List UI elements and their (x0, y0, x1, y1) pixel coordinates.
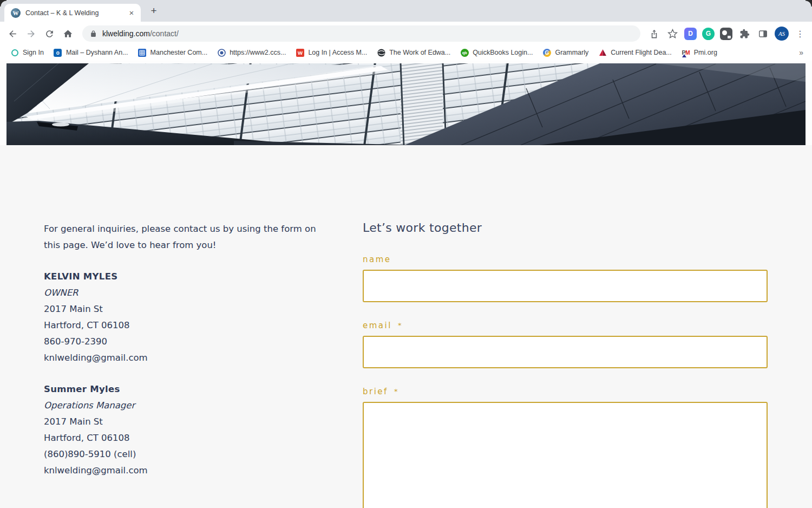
shield-ring-icon (217, 48, 226, 57)
grammarly-icon: G (542, 48, 551, 57)
browser-toolbar: klwelding.com/contact/ D G AS ⋮ (0, 22, 812, 45)
capture-extension-icon[interactable] (720, 28, 732, 40)
intro-text: For general inquiries, please contact us… (44, 221, 326, 253)
quickbooks-icon: qb (460, 48, 469, 57)
reload-button[interactable] (41, 25, 57, 42)
bookmark-work-of-edward[interactable]: The Work of Edwa... (372, 47, 455, 58)
url-text: klwelding.com/contact/ (102, 29, 179, 38)
contact-card-kelvin: KELVIN MYLES OWNER 2017 Main St Hartford… (44, 269, 326, 366)
brief-field-label: brief* (363, 387, 768, 396)
contact-address-line2: Hartford, CT 06108 (44, 317, 326, 334)
home-icon (63, 29, 73, 39)
bookmark-ccs[interactable]: https://www2.ccs... (212, 47, 291, 58)
home-button[interactable] (60, 25, 76, 42)
share-icon (649, 29, 659, 39)
bookmark-pmi[interactable]: PM Pmi.org (677, 47, 722, 58)
lock-icon (90, 30, 97, 37)
pmi-icon: PM (682, 48, 690, 57)
web-page: For general inquiries, please contact us… (0, 61, 812, 508)
grammarly-extension-icon[interactable]: G (702, 28, 715, 40)
globe-icon (377, 48, 385, 57)
profile-avatar[interactable]: AS (775, 27, 789, 41)
window-corner (806, 0, 812, 6)
bookmark-access[interactable]: W Log In | Access M... (291, 47, 372, 58)
bookmark-mail[interactable]: o Mail – Dyshann An... (49, 47, 133, 58)
name-input[interactable] (363, 270, 768, 302)
email-field-label: email* (363, 321, 768, 330)
form-group-brief: brief* (363, 387, 768, 508)
wordpress-favicon-icon: W (11, 8, 21, 18)
hero-image (0, 61, 812, 145)
grid-building-icon (138, 48, 147, 57)
forward-arrow-icon (26, 29, 36, 39)
contact-form-column: Let’s work together name email* brief* (363, 221, 768, 508)
required-asterisk: * (394, 387, 398, 395)
share-button[interactable] (646, 25, 662, 42)
required-asterisk: * (398, 321, 402, 329)
architecture-hero-graphic (6, 63, 806, 145)
bookmark-flight-deals[interactable]: Current Flight Dea... (593, 47, 677, 58)
contact-section: For general inquiries, please contact us… (0, 145, 812, 508)
form-group-email: email* (363, 321, 768, 368)
email-input[interactable] (363, 336, 768, 368)
bookmark-manchester[interactable]: Manchester Com... (133, 47, 213, 58)
contact-email: knlwelding@gmail.com (44, 463, 326, 479)
contact-title: Operations Manager (44, 398, 326, 414)
puzzle-icon (739, 29, 750, 39)
browser-menu-button[interactable]: ⋮ (794, 29, 807, 39)
tab-close-icon[interactable]: × (127, 8, 136, 18)
ring-icon (10, 48, 19, 57)
extensions-button[interactable] (736, 25, 752, 42)
extension-d-icon[interactable]: D (684, 28, 697, 40)
back-arrow-icon (8, 29, 18, 39)
contact-email: knlwelding@gmail.com (44, 350, 326, 366)
star-icon (667, 29, 678, 39)
brief-textarea[interactable] (363, 402, 768, 508)
bookmark-grammarly[interactable]: G Grammarly (538, 47, 593, 58)
red-w-icon: W (296, 48, 304, 57)
bookmarks-overflow-chevron[interactable]: » (794, 48, 809, 57)
form-heading: Let’s work together (363, 221, 768, 235)
contact-card-summer: Summer Myles Operations Manager 2017 Mai… (44, 381, 326, 479)
bookmark-sign-in[interactable]: Sign In (5, 47, 49, 58)
contact-title: OWNER (44, 285, 326, 301)
browser-tab[interactable]: W Contact – K & L Welding × (4, 4, 141, 22)
new-tab-button[interactable]: + (147, 5, 160, 18)
side-panel-icon (758, 29, 768, 39)
contact-info-column: For general inquiries, please contact us… (44, 221, 326, 508)
contact-address-line1: 2017 Main St (44, 301, 326, 317)
tab-title: Contact – K & L Welding (25, 9, 127, 17)
contact-name: Summer Myles (44, 381, 326, 398)
contact-phone: 860-970-2390 (44, 334, 326, 350)
address-bar[interactable]: klwelding.com/contact/ (82, 25, 640, 42)
outlook-icon: o (54, 48, 62, 57)
forward-button[interactable] (23, 25, 39, 42)
name-field-label: name (363, 255, 768, 264)
bookmarks-bar: Sign In o Mail – Dyshann An... Mancheste… (0, 45, 812, 61)
tab-strip: W Contact – K & L Welding × + (0, 0, 812, 22)
contact-address-line1: 2017 Main St (44, 414, 326, 430)
contact-name: KELVIN MYLES (44, 269, 326, 285)
side-panel-button[interactable] (755, 25, 771, 42)
window-corner (0, 0, 6, 6)
contact-address-line2: Hartford, CT 06108 (44, 430, 326, 446)
reload-icon (44, 29, 55, 39)
bookmark-quickbooks[interactable]: qb QuickBooks Login... (455, 47, 538, 58)
contact-phone: (860)890-5910 (cell) (44, 446, 326, 463)
form-group-name: name (363, 255, 768, 302)
back-button[interactable] (4, 25, 21, 42)
delta-triangle-icon (598, 48, 607, 57)
bookmark-star-button[interactable] (664, 25, 680, 42)
